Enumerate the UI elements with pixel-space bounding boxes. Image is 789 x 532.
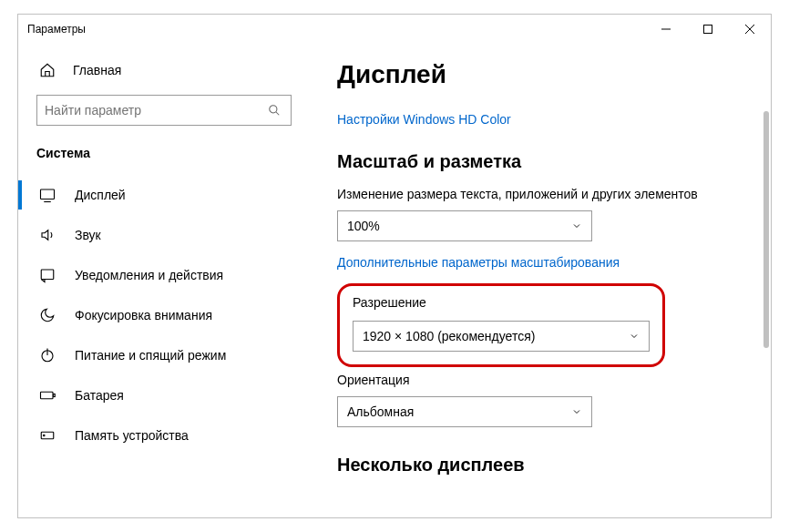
scale-heading: Масштаб и разметка	[337, 151, 743, 172]
sidebar-item-label: Уведомления и действия	[75, 268, 223, 282]
home-link[interactable]: Главная	[18, 53, 310, 87]
storage-icon	[36, 427, 58, 444]
search-box[interactable]	[36, 95, 292, 126]
sidebar-item-display[interactable]: Дисплей	[18, 175, 310, 215]
scale-label: Изменение размера текста, приложений и д…	[337, 187, 743, 201]
sidebar-item-label: Звук	[75, 228, 101, 242]
home-label: Главная	[73, 63, 121, 77]
power-icon	[36, 347, 58, 363]
svg-rect-11	[41, 392, 54, 399]
notifications-icon	[36, 267, 58, 283]
orientation-label: Ориентация	[337, 373, 743, 387]
sidebar-item-power[interactable]: Питание и спящий режим	[18, 335, 310, 375]
focus-icon	[36, 307, 58, 323]
scale-block: Изменение размера текста, приложений и д…	[337, 187, 743, 241]
titlebar: Параметры	[18, 15, 771, 44]
search-container	[18, 87, 310, 138]
orientation-dropdown[interactable]: Альбомная	[337, 396, 592, 427]
sidebar-item-focus[interactable]: Фокусировка внимания	[18, 295, 310, 335]
svg-point-14	[44, 435, 46, 436]
svg-rect-1	[704, 26, 712, 34]
content: Дисплей Настройки Windows HD Color Масшт…	[310, 44, 771, 517]
sidebar-item-storage[interactable]: Память устройства	[18, 415, 310, 455]
hd-color-link[interactable]: Настройки Windows HD Color	[337, 112, 511, 127]
maximize-button[interactable]	[687, 15, 729, 44]
sidebar-item-label: Дисплей	[75, 188, 126, 202]
chevron-down-icon	[629, 331, 640, 342]
sidebar-item-sound[interactable]: Звук	[18, 215, 310, 255]
sidebar-item-notifications[interactable]: Уведомления и действия	[18, 255, 310, 295]
svg-rect-12	[54, 394, 56, 397]
sidebar-item-label: Фокусировка внимания	[75, 308, 212, 322]
home-icon	[36, 62, 58, 78]
resolution-dropdown[interactable]: 1920 × 1080 (рекомендуется)	[353, 321, 650, 352]
sidebar-item-label: Батарея	[75, 388, 124, 403]
resolution-value: 1920 × 1080 (рекомендуется)	[363, 329, 535, 343]
search-input[interactable]	[45, 103, 265, 118]
svg-rect-8	[41, 270, 54, 280]
display-icon	[36, 187, 58, 203]
resolution-highlight: Разрешение 1920 × 1080 (рекомендуется)	[337, 283, 665, 367]
battery-icon	[36, 387, 58, 404]
sidebar-group-title: Система	[18, 138, 310, 175]
orientation-value: Альбомная	[347, 404, 414, 419]
chevron-down-icon	[571, 220, 582, 231]
sidebar: Главная Система	[18, 44, 310, 517]
window-body: Главная Система	[18, 44, 771, 517]
page-title: Дисплей	[337, 60, 743, 89]
svg-line-5	[276, 112, 280, 116]
close-button[interactable]	[729, 15, 771, 44]
sidebar-item-label: Память устройства	[75, 428, 189, 443]
svg-rect-6	[41, 189, 55, 200]
scale-value: 100%	[347, 219, 380, 233]
settings-window: Параметры Главная	[17, 14, 772, 518]
nav: Дисплей Звук Уве	[18, 175, 310, 517]
svg-point-4	[270, 106, 277, 113]
orientation-block: Ориентация Альбомная	[337, 373, 743, 427]
chevron-down-icon	[571, 406, 582, 417]
scale-dropdown[interactable]: 100%	[337, 210, 592, 241]
minimize-button[interactable]	[645, 15, 687, 44]
advanced-scale-link[interactable]: Дополнительные параметры масштабирования	[337, 255, 620, 270]
resolution-label: Разрешение	[353, 295, 650, 310]
multi-display-heading: Несколько дисплеев	[337, 455, 743, 476]
sidebar-item-battery[interactable]: Батарея	[18, 375, 310, 415]
sound-icon	[36, 227, 58, 243]
window-controls	[645, 15, 771, 44]
window-title: Параметры	[27, 23, 86, 36]
search-icon	[265, 104, 283, 117]
scrollbar[interactable]	[763, 111, 769, 348]
sidebar-item-label: Питание и спящий режим	[75, 348, 226, 363]
